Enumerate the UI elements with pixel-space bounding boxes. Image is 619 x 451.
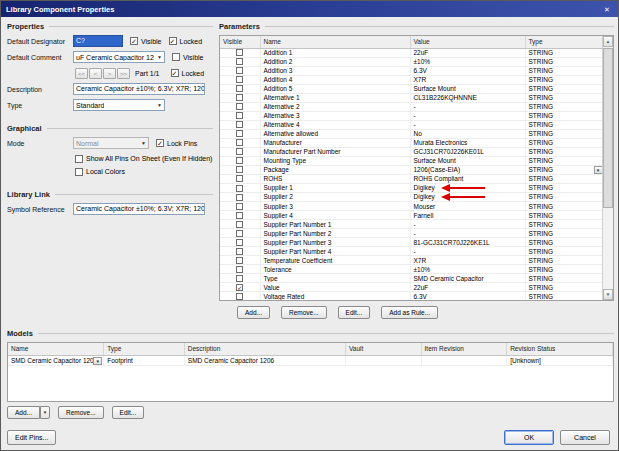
add-model-dropdown-icon[interactable]: ▼ bbox=[40, 406, 50, 419]
parameter-visible-checkbox[interactable] bbox=[236, 58, 243, 65]
designator-locked-checkbox[interactable]: ✓ bbox=[169, 37, 177, 45]
column-header-type[interactable]: Type bbox=[525, 36, 604, 48]
parameter-visible-checkbox[interactable] bbox=[236, 239, 243, 246]
parameter-row[interactable]: Voltage Rated6.3VSTRING bbox=[220, 292, 604, 301]
parameter-row[interactable]: Alternative 1CL31B226KQHNNNESTRING bbox=[220, 93, 604, 102]
parameter-visible-checkbox[interactable] bbox=[236, 67, 243, 74]
parameter-row[interactable]: Tolerance±10%STRING bbox=[220, 265, 604, 274]
show-all-pins-checkbox[interactable] bbox=[75, 155, 83, 163]
model-dropdown-icon[interactable]: ▼ bbox=[93, 357, 102, 365]
parameter-visible-checkbox[interactable] bbox=[236, 248, 243, 255]
model-row[interactable]: SMD Ceramic Capacitor 1206▼FootprintSMD … bbox=[8, 355, 613, 365]
column-header-revision-status[interactable]: Revision Status bbox=[507, 343, 613, 355]
parameter-visible-checkbox[interactable] bbox=[236, 148, 243, 155]
type-dropdown[interactable]: Standard ▼ bbox=[73, 99, 165, 111]
parameter-visible-checkbox[interactable] bbox=[236, 212, 243, 219]
parameter-visible-checkbox[interactable] bbox=[236, 293, 243, 300]
parameter-row[interactable]: Supplier 3MouserSTRING bbox=[220, 202, 604, 211]
parameter-visible-checkbox[interactable] bbox=[236, 103, 243, 110]
parameter-row[interactable]: Supplier Part Number 1-STRING bbox=[220, 220, 604, 229]
parameter-row[interactable]: Supplier Part Number 381-GCJ31CR70J226KE… bbox=[220, 238, 604, 247]
parameter-row[interactable]: Supplier 1DigikeySTRING bbox=[220, 183, 604, 192]
parameter-visible-checkbox[interactable] bbox=[236, 203, 243, 210]
close-icon[interactable]: ✕ bbox=[601, 4, 613, 15]
column-header-visible[interactable]: Visible bbox=[220, 36, 260, 48]
parameter-visible-checkbox[interactable] bbox=[236, 112, 243, 119]
parameter-visible-checkbox[interactable] bbox=[236, 139, 243, 146]
parameter-row[interactable]: Supplier Part Number 4-STRING bbox=[220, 247, 604, 256]
parameter-row[interactable]: Supplier 2DigikeySTRING bbox=[220, 192, 604, 201]
lock-pins-checkbox[interactable]: ✓ bbox=[156, 139, 164, 147]
parameter-visible-checkbox[interactable] bbox=[236, 76, 243, 83]
parameter-row[interactable]: Supplier Part Number 2-STRING bbox=[220, 229, 604, 238]
parameter-row[interactable]: Supplier 4FarnellSTRING bbox=[220, 211, 604, 220]
column-header-model-name[interactable]: Name bbox=[8, 343, 104, 355]
parameter-visible-checkbox[interactable] bbox=[236, 94, 243, 101]
parameter-visible-checkbox[interactable] bbox=[236, 85, 243, 92]
parameter-row[interactable]: Addition 5Surface MountSTRING bbox=[220, 84, 604, 93]
parameter-visible-checkbox[interactable]: ✓ bbox=[236, 284, 243, 291]
add-as-rule-button[interactable]: Add as Rule... bbox=[381, 306, 438, 319]
edit-model-button[interactable]: Edit... bbox=[112, 406, 145, 419]
column-header-vault[interactable]: Vault bbox=[345, 343, 421, 355]
parameter-row[interactable]: Alternative allowedNoSTRING bbox=[220, 129, 604, 138]
default-comment-dropdown[interactable]: uF Ceramic Capacitor 1206 ▼ bbox=[73, 51, 165, 63]
parameter-visible-checkbox[interactable] bbox=[236, 221, 243, 228]
add-parameter-button[interactable]: Add... bbox=[237, 306, 270, 319]
remove-model-button[interactable]: Remove... bbox=[58, 406, 104, 419]
part-first-button[interactable]: << bbox=[75, 68, 88, 79]
parameter-visible-checkbox[interactable] bbox=[236, 166, 243, 173]
parameter-row[interactable]: Addition 2±10%STRING bbox=[220, 57, 604, 66]
edit-parameter-button[interactable]: Edit... bbox=[338, 306, 371, 319]
parameter-row[interactable]: Addition 122uFSTRING bbox=[220, 48, 604, 57]
parameter-visible-checkbox[interactable] bbox=[236, 266, 243, 273]
scroll-up-icon[interactable]: ▲ bbox=[603, 36, 613, 47]
parameter-visible-checkbox[interactable] bbox=[236, 230, 243, 237]
parameter-visible-checkbox[interactable] bbox=[236, 49, 243, 56]
column-header-item-revision[interactable]: Item Revision bbox=[421, 343, 507, 355]
mode-dropdown[interactable]: Normal ▼ bbox=[73, 137, 149, 149]
parameter-row[interactable]: Addition 4X7RSTRING bbox=[220, 75, 604, 84]
remove-parameter-button[interactable]: Remove... bbox=[281, 306, 327, 319]
scrollbar-thumb[interactable] bbox=[603, 48, 613, 208]
add-model-button[interactable]: Add... bbox=[7, 406, 40, 419]
parameter-visible-checkbox[interactable] bbox=[236, 257, 243, 264]
part-last-button[interactable]: >> bbox=[117, 68, 130, 79]
parameter-row[interactable]: Addition 36.3VSTRING bbox=[220, 66, 604, 75]
parameter-visible-checkbox[interactable] bbox=[236, 185, 243, 192]
parameter-visible-checkbox[interactable] bbox=[236, 157, 243, 164]
parameter-visible-checkbox[interactable] bbox=[236, 121, 243, 128]
parameter-visible-checkbox[interactable] bbox=[236, 194, 243, 201]
parameter-row[interactable]: ROHSROHS CompliantSTRING bbox=[220, 174, 604, 183]
parameter-visible-checkbox[interactable] bbox=[236, 130, 243, 137]
symbol-reference-input[interactable]: Ceramic Capacitor ±10%; 6.3V; X7R; 1206 … bbox=[73, 203, 205, 215]
parameter-row[interactable]: Package1206(Case-EIA)STRING▼ bbox=[220, 165, 604, 174]
part-locked-checkbox[interactable]: ✓ bbox=[171, 69, 179, 77]
column-header-value[interactable]: Value bbox=[410, 36, 525, 48]
vertical-scrollbar[interactable]: ▲ ▼ bbox=[602, 36, 613, 300]
parameter-row[interactable]: Manufacturer Part NumberGCJ31CR70J226KE0… bbox=[220, 147, 604, 156]
parameter-row[interactable]: ✓Value22uFSTRING bbox=[220, 283, 604, 292]
parameter-row[interactable]: Mounting TypeSurface MountSTRING bbox=[220, 156, 604, 165]
column-header-name[interactable]: Name bbox=[260, 36, 410, 48]
column-header-model-type[interactable]: Type bbox=[104, 343, 185, 355]
ok-button[interactable]: OK bbox=[504, 430, 554, 445]
parameter-row[interactable]: ManufacturerMurata ElectronicsSTRING bbox=[220, 138, 604, 147]
default-designator-input[interactable]: C? bbox=[73, 35, 123, 47]
parameter-row[interactable]: Alternative 2-STRING bbox=[220, 102, 604, 111]
parameter-row[interactable]: TypeSMD Ceramic CapacitorSTRING bbox=[220, 274, 604, 283]
parameter-row[interactable]: Alternative 4-STRING bbox=[220, 120, 604, 129]
local-colors-checkbox[interactable] bbox=[75, 168, 83, 176]
parameter-row[interactable]: Alternative 3-STRING bbox=[220, 111, 604, 120]
designator-visible-checkbox[interactable]: ✓ bbox=[130, 37, 138, 45]
comment-visible-checkbox[interactable] bbox=[172, 53, 180, 61]
description-input[interactable]: Ceramic Capacitor ±10%; 6.3V; X7R; 1206 … bbox=[73, 83, 205, 95]
part-prev-button[interactable]: < bbox=[89, 68, 102, 79]
edit-pins-button[interactable]: Edit Pins... bbox=[7, 430, 56, 445]
scroll-down-icon[interactable]: ▼ bbox=[603, 289, 613, 300]
parameter-visible-checkbox[interactable] bbox=[236, 175, 243, 182]
part-next-button[interactable]: > bbox=[103, 68, 116, 79]
parameter-visible-checkbox[interactable] bbox=[236, 275, 243, 282]
column-header-model-description[interactable]: Description bbox=[184, 343, 345, 355]
title-bar[interactable]: Library Component Properties ✕ bbox=[1, 1, 618, 17]
